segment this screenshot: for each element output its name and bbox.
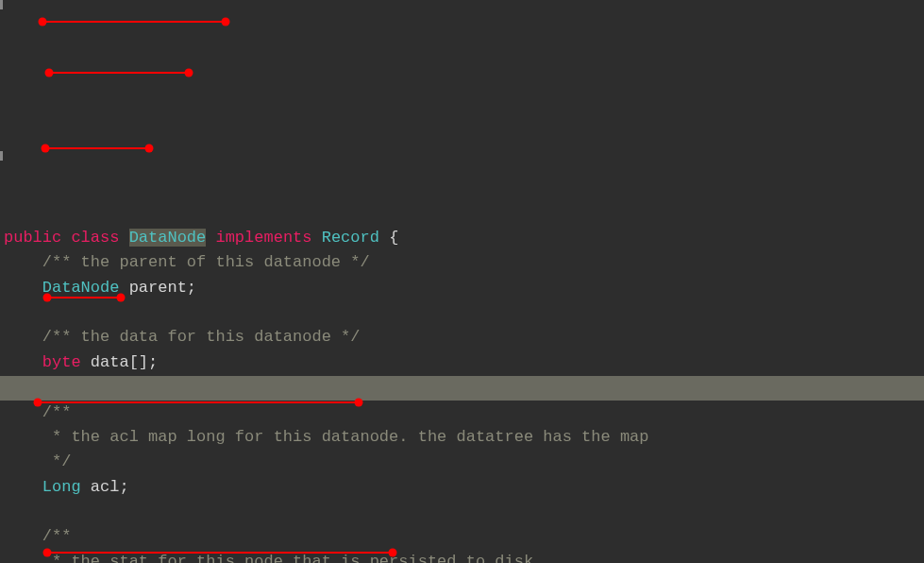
annotation-dot: [43, 294, 52, 302]
annotation-underline: [45, 147, 149, 149]
keyword-implements: implements: [215, 229, 311, 247]
comment-line: /** the data for this datanode */: [42, 328, 361, 346]
annotation-underline: [47, 552, 393, 554]
type-record: Record: [322, 229, 379, 247]
class-name-selected: DataNode: [129, 229, 207, 247]
annotation-dot: [389, 549, 397, 557]
comment-line: * the stat for this node that is persist…: [42, 553, 544, 563]
type-long: Long: [42, 478, 81, 496]
annotation-dot: [42, 145, 50, 153]
comment-line: /** the parent of this datanode */: [42, 253, 370, 271]
gutter-mark: [0, 151, 3, 161]
type-byte: byte: [42, 353, 81, 371]
annotation-dot: [222, 18, 230, 26]
annotation-dot: [43, 549, 52, 557]
annotation-dot: [117, 294, 126, 302]
annotation-dot: [34, 399, 42, 407]
code-editor-content[interactable]: public class DataNode implements Record …: [4, 226, 924, 563]
comment-end: */: [42, 452, 72, 470]
gutter-mark: [0, 0, 3, 9]
comment-start: /**: [42, 527, 72, 545]
annotation-dot: [45, 69, 54, 77]
comment-line: * the acl map long for this datanode. th…: [42, 428, 649, 446]
annotation-dot: [185, 69, 193, 77]
annotation-underline: [38, 401, 359, 403]
annotation-underline: [47, 297, 121, 299]
brace-open: {: [389, 229, 398, 247]
annotation-underline: [49, 72, 189, 74]
annotation-underline: [42, 21, 226, 23]
annotation-dot: [39, 18, 47, 26]
field-parent: parent: [129, 279, 187, 297]
comment-start: /**: [42, 403, 72, 421]
keyword-class: class: [71, 229, 119, 247]
annotation-dot: [145, 145, 154, 153]
type-datanode: DataNode: [42, 279, 120, 297]
annotation-dot: [355, 399, 363, 407]
keyword-public: public: [4, 229, 61, 247]
field-acl: acl: [91, 478, 120, 496]
field-data: data: [91, 353, 129, 371]
